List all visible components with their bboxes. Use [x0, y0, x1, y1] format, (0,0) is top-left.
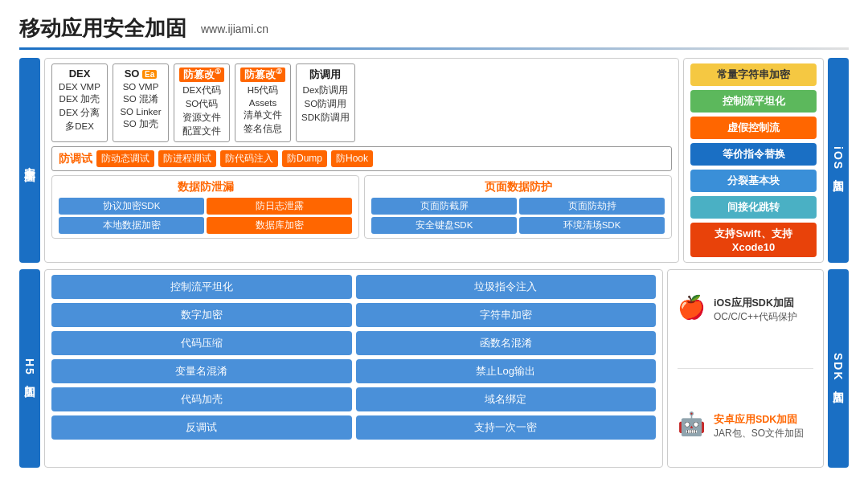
sdk-section: 🍎 iOS应用SDK加固 OC/C/C++代码保护 🤖 安卓应用SDK加固	[667, 269, 824, 468]
h5-tag-2: 垃圾指令注入	[356, 275, 657, 299]
dex-item-3: DEX 分离	[57, 106, 102, 120]
data-leakage-title: 数据防泄漏	[59, 180, 352, 194]
ios-wrapper: 常量字符串加密 控制流平坦化 虚假控制流 等价指令替换 分裂基本块 间接化跳转 …	[683, 58, 849, 263]
h5-tag-3: 数字加密	[51, 303, 352, 327]
ios-tag-2: 控制流平坦化	[690, 90, 817, 113]
page-protection-tag-2: 页面防劫持	[519, 198, 665, 215]
android-top-boxes: DEX DEX VMP DEX 加壳 DEX 分离 多DEX SO Ea SO …	[51, 63, 672, 142]
dex-item-1: DEX VMP	[57, 81, 102, 92]
fang-suangai1-item-3: 资源文件	[179, 111, 224, 125]
data-leakage-tag-2: 防日志泄露	[207, 198, 352, 215]
h5-tag-4: 字符串加密	[356, 303, 657, 327]
fang-suangai2-group: 防篡改② H5代码 Assets 清单文件 签名信息	[235, 63, 291, 142]
anti-debug-tag-1: 防动态调试	[96, 150, 154, 167]
data-leakage-box: 数据防泄漏 协议加密SDK 防日志泄露 本地数据加密 数据库加密	[51, 175, 359, 239]
fang-suangai1-group: 防篡改① DEX代码 SO代码 资源文件 配置文件	[174, 63, 230, 142]
fang-suangai2-title: 防篡改②	[240, 68, 285, 82]
h5-tag-12: 支持一次一密	[356, 415, 657, 440]
header: 移动应用安全加固 www.ijiami.cn	[19, 14, 849, 43]
fang-tiaoyong-item-2: SO防调用	[301, 97, 350, 111]
data-leakage-grid: 协议加密SDK 防日志泄露 本地数据加密 数据库加密	[59, 198, 352, 234]
data-leakage-tag-1: 协议加密SDK	[59, 198, 204, 215]
dex-item-4: 多DEX	[57, 120, 102, 133]
fang-tiaoyong-item-3: SDK防调用	[301, 111, 350, 125]
so-group: SO Ea SO VMP SO 混淆 SO Linker SO 加壳	[113, 63, 169, 142]
page-protection-grid: 页面防截屏 页面防劫持 安全键盘SDK 环境清场SDK	[371, 198, 665, 234]
ios-tag-5: 分裂基本块	[690, 170, 817, 192]
header-url: www.ijiami.cn	[201, 23, 268, 35]
h5-tag-8: 禁止Log输出	[356, 359, 657, 383]
so-item-2: SO 混淆	[118, 92, 163, 106]
android-wrapper: 安卓加固 DEX DEX VMP DEX 加壳 DEX 分离 多DEX	[19, 58, 849, 263]
sdk-ios-item: 🍎 iOS应用SDK加固 OC/C/C++代码保护	[678, 297, 813, 324]
so-item-1: SO VMP	[118, 81, 163, 92]
data-leakage-tag-4: 数据库加密	[207, 217, 352, 234]
ios-tag-6: 间接化跳转	[690, 196, 817, 219]
h5-tag-9: 代码加壳	[51, 387, 352, 411]
fang-suangai2-item-2: Assets	[240, 97, 285, 108]
sdk-ios-sub: OC/C/C++代码保护	[714, 310, 797, 324]
main-layout: 安卓加固 DEX DEX VMP DEX 加壳 DEX 分离 多DEX	[19, 58, 849, 468]
anti-debug-tag-4: 防Dump	[282, 150, 327, 167]
android-section: DEX DEX VMP DEX 加壳 DEX 分离 多DEX SO Ea SO …	[44, 58, 679, 263]
sdk-label: SDK加固	[828, 269, 849, 468]
h5-tag-6: 函数名混淆	[356, 331, 657, 355]
header-divider	[19, 47, 849, 50]
so-ea-badge: Ea	[142, 70, 157, 79]
ios-tag-1: 常量字符串加密	[690, 63, 817, 86]
data-section: 数据防泄漏 协议加密SDK 防日志泄露 本地数据加密 数据库加密 页面数据防护	[51, 175, 672, 239]
page-protection-box: 页面数据防护 页面防截屏 页面防劫持 安全键盘SDK 环境清场SDK	[364, 175, 672, 239]
anti-debug-label: 防调试	[59, 152, 92, 166]
sdk-divider	[678, 368, 813, 369]
page: 移动应用安全加固 www.ijiami.cn 安卓加固 DEX DEX VMP	[0, 0, 868, 487]
apple-icon: 🍎	[678, 297, 706, 319]
ios-tag-7: 支持Swift、支持Xcode10	[690, 223, 817, 257]
page-protection-tag-4: 环境清场SDK	[519, 217, 665, 234]
ios-tag-3: 虚假控制流	[690, 117, 817, 139]
sdk-ios-title: iOS应用SDK加固	[714, 297, 797, 310]
sdk-android-item: 🤖 安卓应用SDK加固 JAR包、SO文件加固	[678, 413, 813, 440]
anti-debug-row: 防调试 防动态调试 防进程调试 防代码注入 防Dump 防Hook	[51, 146, 672, 171]
page-protection-tag-3: 安全键盘SDK	[371, 217, 517, 234]
android-icon: 🤖	[678, 413, 706, 436]
fang-suangai2-item-1: H5代码	[240, 84, 285, 97]
so-title: SO Ea	[118, 68, 163, 80]
dex-item-2: DEX 加壳	[57, 92, 102, 106]
page-protection-title: 页面数据防护	[371, 180, 665, 194]
fang-suangai2-item-4: 签名信息	[240, 122, 285, 136]
fang-suangai2-item-3: 清单文件	[240, 108, 285, 122]
dex-title: DEX	[57, 68, 102, 80]
h5-tag-7: 变量名混淆	[51, 359, 352, 383]
anti-debug-tag-3: 防代码注入	[220, 150, 278, 167]
ios-label: iOS加固	[828, 58, 849, 263]
page-protection-tag-1: 页面防截屏	[371, 198, 517, 215]
page-title: 移动应用安全加固	[19, 14, 186, 43]
fang-tiaoyong-item-1: Dex防调用	[301, 84, 350, 97]
ios-tag-4: 等价指令替换	[690, 143, 817, 166]
h5-tag-1: 控制流平坦化	[51, 275, 352, 299]
sdk-android-title: 安卓应用SDK加固	[714, 413, 804, 427]
so-item-3: SO Linker	[118, 106, 163, 117]
h5-tag-11: 反调试	[51, 415, 352, 440]
data-leakage-tag-3: 本地数据加密	[59, 217, 204, 234]
fang-suangai1-item-2: SO代码	[179, 97, 224, 111]
h5-wrapper: H5加固 控制流平坦化 垃圾指令注入 数字加密 字符串加密 代码压缩 函数名混淆…	[19, 269, 849, 468]
sdk-android-sub: JAR包、SO文件加固	[714, 427, 804, 440]
h5-grid: 控制流平坦化 垃圾指令注入 数字加密 字符串加密 代码压缩 函数名混淆 变量名混…	[51, 275, 656, 440]
fang-suangai1-item-4: 配置文件	[179, 125, 224, 138]
so-item-4: SO 加壳	[118, 117, 163, 131]
fang-tiaoyong-group: 防调用 Dex防调用 SO防调用 SDK防调用	[296, 63, 355, 142]
fang-tiaoyong-title: 防调用	[301, 68, 350, 82]
fang-suangai1-title: 防篡改①	[179, 68, 224, 82]
h5-section: 控制流平坦化 垃圾指令注入 数字加密 字符串加密 代码压缩 函数名混淆 变量名混…	[44, 269, 663, 468]
anti-debug-tag-5: 防Hook	[331, 150, 373, 167]
anti-debug-tag-2: 防进程调试	[158, 150, 216, 167]
sdk-ios-text: iOS应用SDK加固 OC/C/C++代码保护	[714, 297, 797, 324]
android-label: 安卓加固	[19, 58, 40, 263]
h5-tag-5: 代码压缩	[51, 331, 352, 355]
fang-suangai1-item-1: DEX代码	[179, 84, 224, 97]
sdk-wrapper: 🍎 iOS应用SDK加固 OC/C/C++代码保护 🤖 安卓应用SDK加固	[667, 269, 849, 468]
h5-label: H5加固	[19, 269, 40, 468]
h5-tag-10: 域名绑定	[356, 387, 657, 411]
ios-section: 常量字符串加密 控制流平坦化 虚假控制流 等价指令替换 分裂基本块 间接化跳转 …	[683, 58, 824, 263]
